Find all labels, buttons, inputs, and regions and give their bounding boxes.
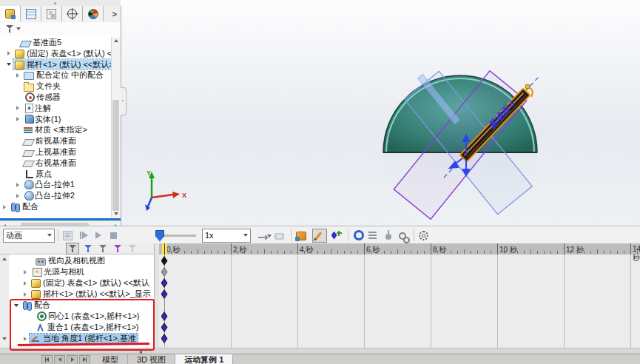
last-tab-button[interactable]: [79, 355, 90, 364]
panel-collapse-handle[interactable]: [121, 87, 127, 115]
expand-arrow-icon[interactable]: [15, 181, 22, 189]
motion-tree-item[interactable]: 摇杆<1> (默认) <<默认>_显示: [9, 289, 153, 300]
tree-filter-button[interactable]: [4, 24, 16, 34]
playback-mode-button[interactable]: [255, 229, 270, 243]
study-type-select[interactable]: 动画: [3, 229, 55, 243]
play-button[interactable]: [91, 229, 106, 243]
tab-featuremanager-design-tree[interactable]: [0, 6, 21, 21]
calculate-button[interactable]: [61, 229, 76, 243]
keyframe-diamond[interactable]: [161, 278, 168, 288]
first-tab-button[interactable]: [41, 355, 53, 364]
expand-arrow-icon[interactable]: [15, 104, 22, 112]
save-animation-button[interactable]: [273, 229, 288, 243]
feature-tree-item[interactable]: 注解: [1, 103, 111, 114]
keyframe-diamond[interactable]: [161, 323, 168, 332]
expand-arrow-icon[interactable]: [15, 192, 22, 200]
tree-item-label: 基准面5: [33, 37, 61, 48]
indent-spacer: [15, 83, 22, 90]
funnel-icon: [5, 24, 14, 33]
expand-arrow-icon[interactable]: [6, 50, 13, 57]
time-slider-handle[interactable]: [155, 230, 164, 242]
scroll-up-icon[interactable]: [114, 39, 118, 42]
gravity-button[interactable]: [381, 229, 396, 243]
expand-arrow-icon[interactable]: [22, 291, 30, 298]
feature-tree-item[interactable]: 摇杆<1> (默认) <<默认>_显示: [1, 59, 111, 70]
tree-row-content: 凸台-拉伸1: [22, 180, 76, 190]
stop-button[interactable]: [106, 229, 121, 243]
tab-dimxpert-manager[interactable]: [62, 6, 83, 21]
tab-overflow-button[interactable]: >: [104, 6, 121, 22]
timeline-ruler[interactable]: [159, 243, 640, 255]
spring-button[interactable]: [366, 229, 381, 243]
keyframe-diamond[interactable]: [161, 267, 168, 277]
filter-driving-button[interactable]: [97, 243, 109, 254]
prev-tab-button[interactable]: [54, 355, 65, 364]
feature-tree-item[interactable]: 原点: [1, 169, 111, 180]
expand-arrow-icon[interactable]: [22, 269, 30, 276]
feature-tree-item[interactable]: 基准面5: [1, 37, 111, 48]
playback-mode-arrow-icon: [258, 237, 265, 238]
feature-tree-vscrollbar[interactable]: [111, 37, 121, 218]
motion-study-properties-button[interactable]: [417, 229, 432, 243]
playback-speed-select[interactable]: 1x: [202, 229, 251, 243]
tree-item-label: 配合定位 中的配合: [36, 70, 104, 81]
doc-tab-active[interactable]: 运动算例 1: [175, 354, 233, 364]
tab-property-manager[interactable]: [21, 6, 41, 21]
expand-arrow-icon[interactable]: [22, 280, 30, 287]
animation-wizard-button[interactable]: [294, 229, 309, 243]
origin-icon: [26, 170, 33, 178]
motion-tree-item[interactable]: (固定) 表盘<1> (默认) <<默认: [9, 277, 153, 289]
timeline-playhead[interactable]: [162, 243, 167, 255]
vscroll-thumb[interactable]: [112, 100, 119, 211]
keyframe-diamond[interactable]: [161, 256, 168, 266]
filter-animated-button[interactable]: [82, 243, 94, 254]
motion-tree-item[interactable]: 视向及相机视图: [9, 255, 153, 266]
keyframe-diamond[interactable]: [161, 334, 168, 343]
scroll-down-icon[interactable]: [2, 337, 7, 340]
graphics-viewport[interactable]: 基准面 4 Y X: [121, 0, 640, 226]
feature-tree-item[interactable]: 配合: [1, 201, 111, 212]
feature-tree-item[interactable]: (固定) 表盘<1> (默认) <<默认: [1, 48, 111, 59]
feature-tree-item[interactable]: 右视基准面: [1, 158, 111, 169]
scroll-up-icon[interactable]: [2, 257, 7, 260]
add-key-button[interactable]: [330, 229, 345, 243]
feature-manager-panel: > 基准面5(固定) 表盘<1> (默认) <<默认摇杆<1> (默认) <<默…: [0, 6, 121, 226]
expand-arrow-icon[interactable]: [1, 203, 9, 211]
scroll-down-icon[interactable]: [114, 212, 118, 215]
doc-tab-item[interactable]: 模型: [93, 354, 128, 364]
feature-tree-item[interactable]: 凸台-拉伸2: [1, 190, 111, 201]
timeline-area[interactable]: [159, 255, 640, 348]
motor-button[interactable]: [351, 229, 366, 243]
configuration-manager-icon: [47, 9, 56, 19]
feature-tree-item[interactable]: 前视基准面: [1, 135, 111, 146]
feature-tree-item[interactable]: 实体(1): [1, 114, 111, 125]
tree-item-label: 凸台-拉伸2: [35, 190, 75, 201]
feature-tree-item[interactable]: 上视基准面: [1, 146, 111, 158]
filter-results-button[interactable]: [127, 243, 138, 254]
feature-tree-item[interactable]: 文件夹: [1, 81, 111, 92]
play-from-start-button[interactable]: [76, 229, 91, 243]
autokey-button[interactable]: [312, 229, 327, 243]
feature-tree-item[interactable]: 凸台-拉伸1: [1, 179, 111, 190]
expand-arrow-icon[interactable]: [15, 72, 22, 79]
time-slider[interactable]: [159, 235, 196, 237]
contact-button[interactable]: [396, 229, 411, 243]
tab-configuration-manager[interactable]: [41, 6, 62, 21]
plane2-icon: [22, 161, 35, 167]
keyframe-diamond[interactable]: [161, 311, 168, 321]
feature-tree-item[interactable]: 材质 <未指定>: [1, 124, 111, 135]
doc-tab-item[interactable]: 3D 视图: [128, 354, 175, 364]
autokey-pen-icon: [315, 232, 322, 240]
collapse-arrow-icon[interactable]: [6, 61, 13, 68]
rod-end-point: [525, 84, 530, 89]
feature-tree-item[interactable]: 传感器: [1, 92, 111, 103]
expand-arrow-icon[interactable]: [15, 115, 22, 123]
next-tab-button[interactable]: [67, 355, 78, 364]
keyframe-diamond[interactable]: [161, 289, 168, 299]
feature-tree-item[interactable]: 配合定位 中的配合: [1, 70, 111, 81]
no-filter-button[interactable]: [66, 243, 79, 255]
plane2-icon: [22, 139, 35, 146]
tab-display-manager[interactable]: [83, 6, 104, 21]
filter-selected-button[interactable]: [112, 243, 124, 254]
motion-tree-item[interactable]: 光源与相机: [9, 266, 153, 277]
